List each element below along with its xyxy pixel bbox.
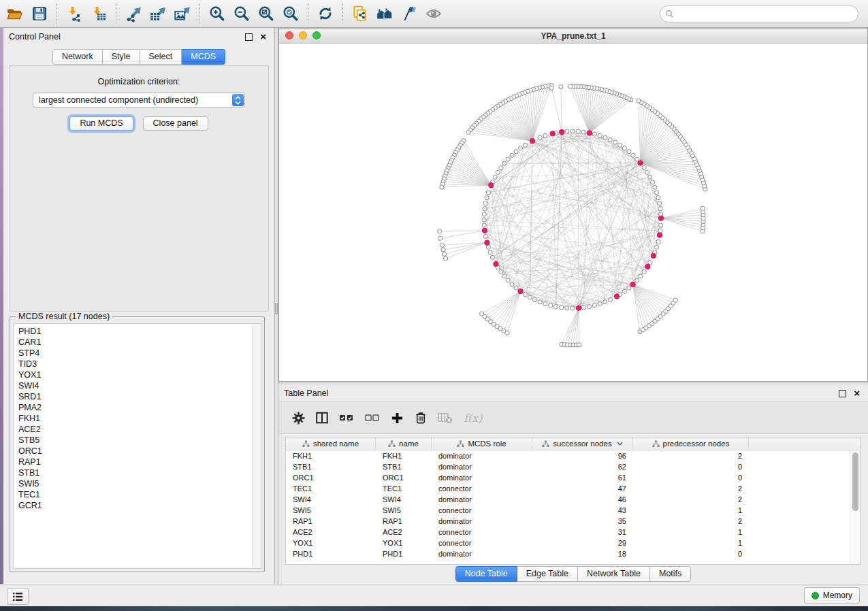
graph-node[interactable] xyxy=(658,207,662,211)
column-header-shared-name[interactable]: shared name xyxy=(286,437,376,450)
graph-satellite-node[interactable] xyxy=(577,343,581,347)
graph-node[interactable] xyxy=(502,161,507,165)
graph-satellite-node[interactable] xyxy=(637,99,641,103)
clone-network-icon[interactable] xyxy=(348,2,372,25)
zoom-in-icon[interactable] xyxy=(205,2,229,25)
graphics-details-icon[interactable] xyxy=(397,2,421,25)
mcds-result-item[interactable]: PHD1 xyxy=(18,326,252,337)
table-scrollbar-thumb[interactable] xyxy=(852,452,858,511)
graph-node[interactable] xyxy=(653,185,657,189)
graph-dominator-node[interactable] xyxy=(494,261,498,266)
graph-node[interactable] xyxy=(618,143,622,147)
graph-dominator-node[interactable] xyxy=(587,131,592,135)
tab-node-table[interactable]: Node Table xyxy=(455,566,517,582)
graph-node[interactable] xyxy=(523,293,527,297)
mcds-result-item[interactable]: FKH1 xyxy=(18,413,252,424)
graph-dominator-node[interactable] xyxy=(630,282,635,286)
export-network-icon[interactable] xyxy=(121,2,146,25)
open-icon[interactable] xyxy=(3,2,27,25)
graph-node[interactable] xyxy=(598,133,602,137)
close-traffic-light[interactable] xyxy=(285,31,293,39)
graph-node[interactable] xyxy=(488,250,492,254)
close-panel-button[interactable]: Close panel xyxy=(143,116,208,131)
graph-satellite-node[interactable] xyxy=(443,257,447,261)
graph-satellite-node[interactable] xyxy=(568,84,572,88)
graph-node[interactable] xyxy=(560,306,564,310)
network-window-titlebar[interactable]: YPA_prune.txt_1 xyxy=(279,29,867,44)
graph-node[interactable] xyxy=(482,218,486,222)
column-header-name[interactable]: name xyxy=(376,437,432,450)
graph-node[interactable] xyxy=(622,289,626,293)
graph-node[interactable] xyxy=(483,234,487,238)
graph-node[interactable] xyxy=(656,240,660,244)
criterion-dropdown[interactable]: largest connected component (undirected) xyxy=(33,93,245,108)
graph-node[interactable] xyxy=(570,129,575,133)
graph-node[interactable] xyxy=(486,191,490,195)
mcds-result-item[interactable]: SWI4 xyxy=(18,380,252,391)
graph-node[interactable] xyxy=(514,286,518,290)
graph-satellite-node[interactable] xyxy=(701,206,705,210)
graph-node[interactable] xyxy=(645,170,649,174)
graph-node[interactable] xyxy=(543,133,547,137)
graph-dominator-node[interactable] xyxy=(614,294,619,299)
delete-icon[interactable] xyxy=(415,411,427,425)
zoom-fit-icon[interactable] xyxy=(254,2,278,25)
graph-node[interactable] xyxy=(592,303,596,308)
save-icon[interactable] xyxy=(27,2,52,25)
table-row[interactable]: TEC1TEC1connector472 xyxy=(286,483,860,494)
graph-dominator-node[interactable] xyxy=(518,288,523,293)
mcds-result-item[interactable]: CAR1 xyxy=(18,337,252,348)
graph-node[interactable] xyxy=(658,229,662,233)
table-row[interactable]: SWI4SWI4dominator462 xyxy=(286,494,860,505)
graph-node[interactable] xyxy=(639,274,643,278)
tab-network[interactable]: Network xyxy=(52,49,103,65)
graph-node[interactable] xyxy=(655,191,659,195)
tab-style[interactable]: Style xyxy=(103,49,140,65)
graph-node[interactable] xyxy=(648,261,652,265)
graph-node[interactable] xyxy=(485,196,489,200)
graph-node[interactable] xyxy=(493,175,497,179)
graph-node[interactable] xyxy=(587,305,591,309)
zoom-selected-icon[interactable] xyxy=(278,2,303,25)
mcds-result-item[interactable]: RAP1 xyxy=(18,457,252,467)
graph-node[interactable] xyxy=(635,278,639,282)
graph-satellite-node[interactable] xyxy=(438,236,443,240)
graph-dominator-node[interactable] xyxy=(657,233,662,237)
search-input[interactable] xyxy=(660,5,858,22)
graph-node[interactable] xyxy=(506,157,510,161)
graph-node[interactable] xyxy=(496,170,500,174)
maximize-traffic-light[interactable] xyxy=(312,31,321,39)
graph-dominator-node[interactable] xyxy=(530,138,534,143)
graph-satellite-node[interactable] xyxy=(559,85,563,89)
refresh-icon[interactable] xyxy=(313,2,338,25)
graph-node[interactable] xyxy=(510,282,514,286)
graph-node[interactable] xyxy=(514,150,518,154)
mcds-result-item[interactable]: YOX1 xyxy=(18,369,252,380)
graph-node[interactable] xyxy=(603,300,607,304)
network-analyzer-icon[interactable] xyxy=(372,2,397,25)
graph-satellite-node[interactable] xyxy=(466,130,470,134)
graph-satellite-node[interactable] xyxy=(673,298,677,302)
graph-node[interactable] xyxy=(598,302,602,306)
column-header-successor-nodes[interactable]: successor nodes xyxy=(532,437,633,450)
graph-node[interactable] xyxy=(543,302,547,306)
show-column-icon[interactable] xyxy=(316,412,328,424)
close-panel-icon[interactable]: × xyxy=(260,33,266,40)
tab-motifs[interactable]: Motifs xyxy=(650,566,691,582)
eye-icon[interactable] xyxy=(421,2,446,25)
task-history-button[interactable] xyxy=(7,588,29,605)
graph-dominator-node[interactable] xyxy=(559,129,564,134)
tab-edge-table[interactable]: Edge Table xyxy=(517,566,578,582)
graph-dominator-node[interactable] xyxy=(485,240,489,245)
graph-satellite-node[interactable] xyxy=(505,331,509,335)
mcds-result-item[interactable]: ACE2 xyxy=(18,424,252,435)
mcds-result-item[interactable]: TEC1 xyxy=(18,489,252,500)
graph-node[interactable] xyxy=(482,223,486,227)
float-panel-icon[interactable] xyxy=(245,33,253,41)
graph-node[interactable] xyxy=(627,286,631,290)
graph-node[interactable] xyxy=(565,306,569,310)
graph-node[interactable] xyxy=(528,295,532,299)
mcds-result-item[interactable]: STB1 xyxy=(18,467,252,478)
splitter-grip[interactable] xyxy=(275,303,278,314)
graph-node[interactable] xyxy=(622,146,626,150)
